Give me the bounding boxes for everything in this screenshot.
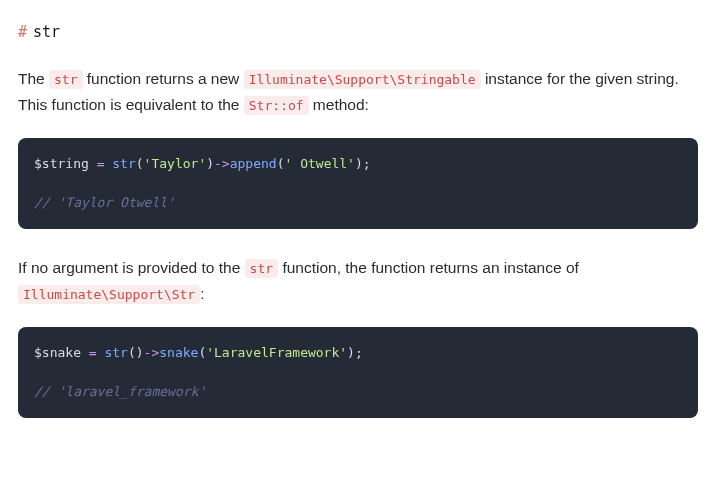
code-block-1: $string = str('Taylor')->append(' Otwell… bbox=[18, 138, 698, 229]
token-variable: $snake bbox=[34, 345, 81, 360]
code-line: // 'laravel_framework' bbox=[34, 382, 682, 402]
token-space bbox=[89, 156, 97, 171]
token-paren: ) bbox=[206, 156, 214, 171]
token-paren: ( bbox=[128, 345, 136, 360]
text: function returns a new bbox=[83, 70, 244, 87]
inline-code-str: str bbox=[245, 259, 278, 278]
code-line: // 'Taylor Otwell' bbox=[34, 193, 682, 213]
text: function, the function returns an instan… bbox=[278, 259, 579, 276]
token-comment: // 'Taylor Otwell' bbox=[34, 195, 175, 210]
token-variable: $string bbox=[34, 156, 89, 171]
token-arrow: -> bbox=[214, 156, 230, 171]
paragraph-1: The str function returns a new Illuminat… bbox=[18, 66, 698, 119]
inline-code-strof: Str::of bbox=[244, 96, 309, 115]
paragraph-2: If no argument is provided to the str fu… bbox=[18, 255, 698, 308]
token-string: 'LaravelFramework' bbox=[206, 345, 347, 360]
token-arrow: -> bbox=[144, 345, 160, 360]
code-block-2: $snake = str()->snake('LaravelFramework'… bbox=[18, 327, 698, 418]
inline-code-illuminate-str: Illuminate\Support\Str bbox=[18, 285, 200, 304]
code-line: $string = str('Taylor')->append(' Otwell… bbox=[34, 154, 682, 174]
token-paren: ( bbox=[136, 156, 144, 171]
token-string: ' Otwell' bbox=[285, 156, 355, 171]
token-space bbox=[81, 345, 89, 360]
token-paren: ) bbox=[355, 156, 363, 171]
token-function: str bbox=[104, 345, 127, 360]
token-paren: ) bbox=[347, 345, 355, 360]
heading-title: str bbox=[33, 20, 60, 46]
code-line: $snake = str()->snake('LaravelFramework'… bbox=[34, 343, 682, 363]
token-semicolon: ; bbox=[363, 156, 371, 171]
token-method: append bbox=[230, 156, 277, 171]
code-line-blank bbox=[34, 363, 682, 383]
token-paren: ) bbox=[136, 345, 144, 360]
text: : bbox=[200, 285, 204, 302]
inline-code-stringable: Illuminate\Support\Stringable bbox=[244, 70, 481, 89]
code-line-blank bbox=[34, 174, 682, 194]
token-comment: // 'laravel_framework' bbox=[34, 384, 206, 399]
text: method: bbox=[309, 96, 369, 113]
token-paren: ( bbox=[277, 156, 285, 171]
token-method: snake bbox=[159, 345, 198, 360]
token-semicolon: ; bbox=[355, 345, 363, 360]
token-string: 'Taylor' bbox=[144, 156, 207, 171]
section-heading: # str bbox=[18, 20, 698, 46]
text: The bbox=[18, 70, 49, 87]
heading-hash[interactable]: # bbox=[18, 20, 27, 46]
text: If no argument is provided to the bbox=[18, 259, 245, 276]
token-function: str bbox=[112, 156, 135, 171]
inline-code-str: str bbox=[49, 70, 82, 89]
token-equals: = bbox=[89, 345, 97, 360]
